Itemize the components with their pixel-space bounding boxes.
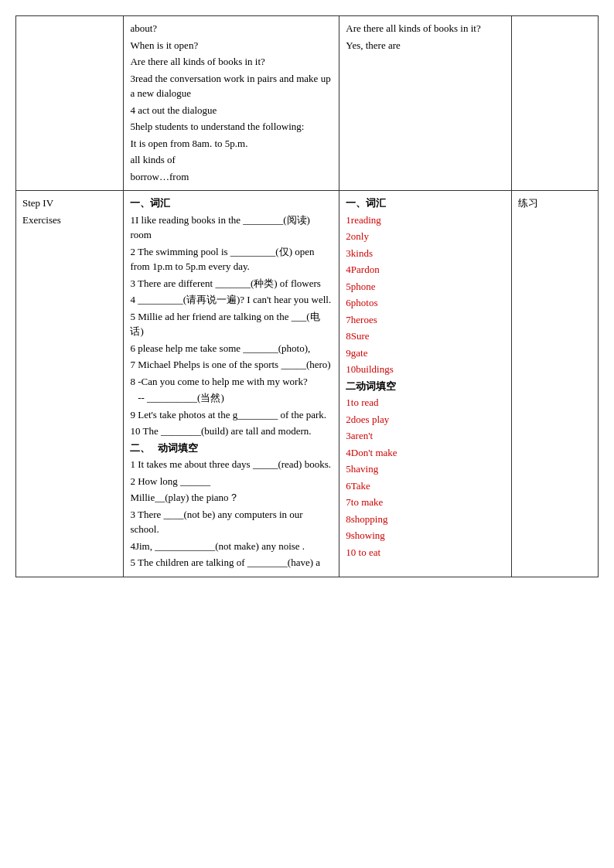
practice-label: 练习 xyxy=(518,196,592,211)
ans-v3: 3aren't xyxy=(346,428,505,444)
ans-10: 10buildings xyxy=(346,362,505,377)
content-cell-2: 一、词汇 1I like reading books in the ______… xyxy=(124,191,339,577)
q5: 5 Millie ad her friend are talking on th… xyxy=(130,309,333,339)
ans-1: 1reading xyxy=(346,213,505,228)
v2b: Millie__(play) the piano？ xyxy=(130,490,333,505)
verb-title: 二、 动词填空 xyxy=(130,441,333,456)
answers-cell-2: 一、词汇 1reading 2only 3kinds 4Pardon 5phon… xyxy=(339,191,512,577)
step-cell-1 xyxy=(16,16,124,191)
ans-vocab-title: 一、词汇 xyxy=(346,196,505,211)
ans-verb-title: 二动词填空 xyxy=(346,379,505,394)
q10: 10 The ________(build) are tall and mode… xyxy=(130,424,333,439)
q6: 6 please help me take some _______(photo… xyxy=(130,341,333,356)
ans-5: 5phone xyxy=(346,279,505,294)
exercises-label: Exercises xyxy=(22,213,117,228)
q8: 8 -Can you come to help me with my work? xyxy=(130,374,333,390)
ans-v1: 1to read xyxy=(346,395,505,410)
step-cell-2: Step IV Exercises xyxy=(16,191,124,577)
text-about: about? xyxy=(130,21,333,36)
table-row-1: about? When is it open? Are there all ki… xyxy=(16,16,599,191)
page: about? When is it open? Are there all ki… xyxy=(15,15,599,577)
ans-v8: 8shopping xyxy=(346,512,505,527)
ans-3: 3kinds xyxy=(346,246,505,261)
q1: 1I like reading books in the ________(阅读… xyxy=(130,213,333,243)
text-are-there: Are there all kinds of books in it? xyxy=(130,54,333,70)
q2: 2 The swimming pool is _________(仅) open… xyxy=(130,244,333,274)
ans-2: 2only xyxy=(346,229,505,244)
ans-7: 7heroes xyxy=(346,312,505,328)
ans-4: 4Pardon xyxy=(346,262,505,277)
vocab-title: 一、词汇 xyxy=(130,196,333,211)
ans-v6: 6Take xyxy=(346,478,505,494)
step-label: Step IV xyxy=(22,196,117,211)
ans-6: 6photos xyxy=(346,295,505,311)
ans-v5: 5having xyxy=(346,461,505,477)
flowers-text: flowers xyxy=(291,277,321,289)
v3: 3 There ____(not be) any computers in ou… xyxy=(130,507,333,537)
ans-v2: 2does play xyxy=(346,412,505,427)
content-cell-1: about? When is it open? Are there all ki… xyxy=(124,16,339,191)
table-row-2: Step IV Exercises 一、词汇 1I like reading b… xyxy=(16,191,599,577)
text-all-kinds: all kinds of xyxy=(130,152,333,168)
v2: 2 How long ______ xyxy=(130,474,333,489)
ans-9: 9gate xyxy=(346,345,505,361)
text-borrow: borrow…from xyxy=(130,169,333,185)
ans-8: 8Sure xyxy=(346,328,505,344)
ans-are-there: Are there all kinds of books in it? xyxy=(346,21,505,36)
text-4act: 4 act out the dialogue xyxy=(130,103,333,118)
text-3read: 3read the conversation work in pairs and… xyxy=(130,71,333,101)
ans-v7: 7to make xyxy=(346,495,505,510)
q4: 4 _________(请再说一遍)? I can't hear you wel… xyxy=(130,292,333,308)
text-open-hours: It is open from 8am. to 5p.m. xyxy=(130,136,333,151)
main-table: about? When is it open? Are there all ki… xyxy=(15,15,599,577)
practice-cell-2: 练习 xyxy=(512,191,599,577)
q3: 3 There are different _______(种类) of flo… xyxy=(130,276,333,291)
q8b: -- __________(当然) xyxy=(130,390,333,406)
q9: 9 Let's take photos at the g________ of … xyxy=(130,407,333,423)
answers-cell-1: Are there all kinds of books in it? Yes,… xyxy=(339,16,512,191)
v1: 1 It takes me about three days _____(rea… xyxy=(130,457,333,472)
v4: 4Jim, ____________(not make) any noise . xyxy=(130,539,333,554)
ans-yes: Yes, there are xyxy=(346,38,505,53)
ans-v9: 9showing xyxy=(346,528,505,543)
text-5help: 5help students to understand the followi… xyxy=(130,119,333,134)
text-when: When is it open? xyxy=(130,38,333,53)
ans-v4: 4Don't make xyxy=(346,445,505,461)
ans-v10: 10 to eat xyxy=(346,545,505,560)
v5: 5 The children are talking of ________(h… xyxy=(130,555,333,570)
practice-cell-1 xyxy=(512,16,599,191)
q7: 7 Michael Phelps is one of the sports __… xyxy=(130,357,333,373)
